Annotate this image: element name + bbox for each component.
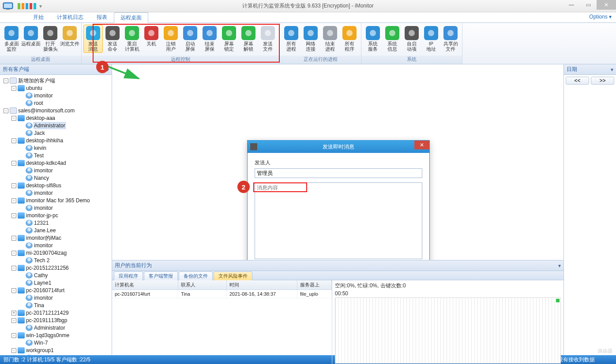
- panel-menu-icon[interactable]: ▾: [611, 67, 613, 73]
- tree-node[interactable]: Layne1: [1, 279, 111, 286]
- collapse-icon[interactable]: -: [11, 236, 16, 241]
- ribbon-btn-2-1[interactable]: 网络 连接: [301, 25, 320, 53]
- ribbon-btn-0-3[interactable]: 浏览文件: [60, 25, 79, 48]
- tree-node[interactable]: -workgroup1: [1, 347, 111, 354]
- date-next-button[interactable]: >>: [591, 77, 614, 85]
- dialog-titlebar[interactable]: 发送即时消息 ✕: [248, 141, 429, 153]
- tree-node[interactable]: imonitor: [1, 167, 111, 174]
- collapse-icon[interactable]: -: [11, 183, 16, 188]
- tree-node[interactable]: -sales@imonitorsoft.com: [1, 107, 111, 114]
- tree-node[interactable]: 12321: [1, 219, 111, 227]
- tree-node[interactable]: Win-7: [1, 339, 111, 346]
- tree-node[interactable]: -desktop-kdkc4ad: [1, 160, 111, 167]
- tree-node[interactable]: Tina: [1, 302, 111, 309]
- tree-node[interactable]: -desktop-aaa: [1, 115, 111, 122]
- collapse-icon[interactable]: -: [11, 333, 16, 338]
- ribbon-btn-1-2[interactable]: 重启 计算机: [122, 25, 142, 53]
- ribbon-btn-0-2[interactable]: 打开 摄像头: [41, 25, 60, 53]
- tree-node[interactable]: -pc-20191113fbgp: [1, 317, 111, 324]
- ribbon-btn-1-0[interactable]: 发送 消息: [83, 25, 103, 53]
- ribbon-btn-2-2[interactable]: 结束 进程: [320, 25, 340, 53]
- tree-node[interactable]: -imonitor Mac for 365 Demo: [1, 197, 111, 204]
- ribbon-btn-3-4[interactable]: 共享的 文件: [441, 25, 460, 53]
- ribbon-btn-3-0[interactable]: 系统 服务: [363, 25, 383, 53]
- message-body-input[interactable]: [255, 182, 422, 259]
- ribbon-btn-0-0[interactable]: 多桌面 监控: [2, 25, 21, 53]
- panel-menu-icon[interactable]: ▾: [558, 263, 561, 269]
- close-button[interactable]: ✕: [597, 0, 616, 10]
- tree-node[interactable]: -desktop-slfi8us: [1, 182, 111, 189]
- tree-node[interactable]: Jack: [1, 130, 111, 137]
- tree-node[interactable]: -新增加的客户端: [1, 77, 111, 84]
- ribbon-btn-1-9[interactable]: 发送 文件: [258, 25, 278, 53]
- ribbon-btn-3-2[interactable]: 自启 动项: [402, 25, 421, 53]
- sender-input[interactable]: [255, 168, 422, 178]
- maximize-button[interactable]: ▭: [580, 0, 597, 10]
- dialog-close-button[interactable]: ✕: [414, 141, 429, 149]
- tree-node[interactable]: imonitor: [1, 189, 111, 197]
- tree-node[interactable]: imonitor: [1, 242, 111, 249]
- tree-node[interactable]: root: [1, 100, 111, 107]
- ribbon-btn-1-4[interactable]: 注销 用户: [161, 25, 180, 53]
- tree-node[interactable]: Administrator: [1, 122, 111, 129]
- tree-node[interactable]: Cathy: [1, 272, 111, 279]
- behavior-tab-1[interactable]: 客户端警报: [144, 271, 178, 280]
- tree-node[interactable]: imonitor: [1, 294, 111, 301]
- tree-node[interactable]: -win-1qd3qgs0nme: [1, 332, 111, 339]
- tree-node[interactable]: -imonitor-jp-pc: [1, 212, 111, 219]
- ribbon-btn-1-3[interactable]: 关机: [142, 25, 161, 48]
- collapse-icon[interactable]: -: [11, 348, 16, 353]
- tree-node[interactable]: imonitor: [1, 92, 111, 99]
- client-tree[interactable]: -新增加的客户端-ubuntuimonitorroot-sales@imonit…: [0, 75, 112, 355]
- tree-node[interactable]: -desktop-ihhkiha: [1, 137, 111, 144]
- tree-node[interactable]: -mi-20190704izag: [1, 249, 111, 256]
- behavior-tab-3[interactable]: 文件风险事件: [214, 271, 252, 280]
- ribbon-btn-1-8[interactable]: 屏幕 解锁: [239, 25, 258, 53]
- ribbon-btn-2-3[interactable]: 所有 程序: [340, 25, 359, 53]
- grid-col-header[interactable]: 计算机名: [112, 280, 178, 290]
- collapse-icon[interactable]: -: [11, 266, 16, 271]
- tree-node[interactable]: Administrator: [1, 324, 111, 331]
- collapse-icon[interactable]: -: [11, 318, 16, 323]
- grid-col-header[interactable]: 联系人: [178, 280, 227, 290]
- tree-node[interactable]: +pc-201712121429: [1, 309, 111, 316]
- menu-tab-2[interactable]: 报表: [90, 12, 114, 22]
- date-prev-button[interactable]: <<: [566, 77, 589, 85]
- tree-node[interactable]: Administrator: [1, 354, 111, 355]
- ribbon-btn-1-7[interactable]: 屏幕 锁定: [219, 25, 239, 53]
- behavior-tab-2[interactable]: 备份的文件: [179, 271, 213, 280]
- collapse-icon[interactable]: -: [4, 78, 8, 83]
- table-row[interactable]: pc-20160714furtTina2021-08-16, 14:38:37f…: [112, 290, 332, 298]
- expand-icon[interactable]: +: [11, 311, 16, 316]
- tree-node[interactable]: Tech 2: [1, 257, 111, 264]
- ribbon-btn-3-1[interactable]: 系统 信息: [383, 25, 402, 53]
- ribbon-btn-1-6[interactable]: 结束 屏保: [200, 25, 219, 53]
- grid-col-header[interactable]: 服务器上: [297, 280, 332, 290]
- collapse-icon[interactable]: -: [11, 198, 16, 203]
- menu-tab-3[interactable]: 远程桌面: [114, 12, 148, 23]
- ribbon-btn-0-1[interactable]: 远程桌面: [21, 25, 41, 48]
- quick-access-toolbar[interactable]: ▾: [18, 3, 42, 9]
- menu-tab-1[interactable]: 计算机日志: [50, 12, 90, 22]
- tree-node[interactable]: imonitor: [1, 204, 111, 212]
- ribbon-btn-2-0[interactable]: 所有 进程: [282, 25, 301, 53]
- tree-node[interactable]: Jane.Lee: [1, 227, 111, 234]
- collapse-icon[interactable]: -: [11, 86, 16, 91]
- minimize-button[interactable]: —: [563, 0, 580, 10]
- ribbon-btn-1-5[interactable]: 启动 屏保: [180, 25, 200, 53]
- behavior-tab-0[interactable]: 应用程序: [114, 271, 143, 280]
- collapse-icon[interactable]: -: [11, 138, 16, 143]
- collapse-icon[interactable]: -: [11, 161, 16, 166]
- collapse-icon[interactable]: -: [11, 251, 16, 256]
- collapse-icon[interactable]: -: [11, 116, 16, 121]
- tree-node[interactable]: -imonitor的iMac: [1, 234, 111, 241]
- tree-node[interactable]: Test: [1, 152, 111, 159]
- tree-node[interactable]: -pc-201512231256: [1, 264, 111, 271]
- collapse-icon[interactable]: -: [11, 213, 16, 218]
- menu-tab-0[interactable]: 开始: [26, 12, 50, 22]
- tree-node[interactable]: -ubuntu: [1, 85, 111, 92]
- tree-node[interactable]: kevin: [1, 145, 111, 152]
- collapse-icon[interactable]: -: [11, 288, 16, 293]
- grid-col-header[interactable]: 时间: [227, 280, 297, 290]
- tree-node[interactable]: -pc-20160714furt: [1, 287, 111, 294]
